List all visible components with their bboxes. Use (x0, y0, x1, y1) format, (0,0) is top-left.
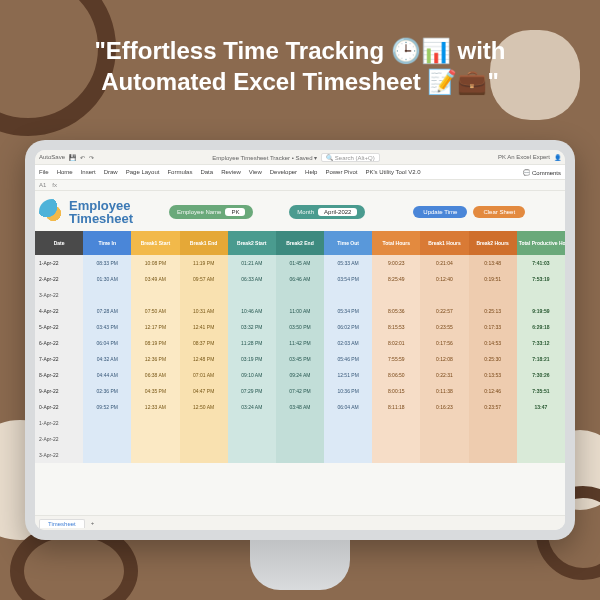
cell[interactable]: 0:23:55 (420, 319, 468, 335)
cell[interactable] (517, 415, 565, 431)
cell[interactable] (420, 447, 468, 463)
table-row[interactable]: 6-Apr-2206:04 PM08:19 PM08:37 PM11:28 PM… (35, 335, 565, 351)
cell[interactable] (517, 447, 565, 463)
cell[interactable]: 0:25:13 (469, 303, 517, 319)
col-timein[interactable]: Time In (83, 231, 131, 255)
cell[interactable]: 7:30:26 (517, 367, 565, 383)
cell[interactable]: 7-Apr-22 (35, 351, 83, 367)
col-total[interactable]: Total Hours (372, 231, 420, 255)
cell[interactable]: 0:22:57 (420, 303, 468, 319)
cell[interactable]: 1-Apr-22 (35, 255, 83, 271)
cell[interactable]: 03:24 AM (228, 399, 276, 415)
clear-sheet-button[interactable]: Clear Sheet (473, 206, 525, 218)
cell[interactable]: 1-Apr-22 (35, 415, 83, 431)
cell[interactable]: 01:30 AM (83, 271, 131, 287)
cell[interactable]: 7:18:21 (517, 351, 565, 367)
cell[interactable]: 10:36 PM (324, 383, 372, 399)
cell[interactable]: 12:51 PM (324, 367, 372, 383)
cell[interactable]: 11:19 PM (180, 255, 228, 271)
undo-icon[interactable]: ↶ (80, 154, 85, 161)
col-b2h[interactable]: Break2 Hours (469, 231, 517, 255)
cell[interactable]: 7:53:19 (517, 271, 565, 287)
cell[interactable] (276, 287, 324, 303)
cell[interactable]: 08:37 PM (180, 335, 228, 351)
cell[interactable]: 8-Apr-22 (35, 367, 83, 383)
cell[interactable] (180, 415, 228, 431)
cell[interactable]: 09:52 PM (83, 399, 131, 415)
employee-name-field[interactable]: Employee Name PK (169, 205, 253, 219)
cell[interactable]: 03:32 PM (228, 319, 276, 335)
formula-bar[interactable]: A1 fx (35, 180, 565, 191)
cell[interactable]: 10:31 AM (180, 303, 228, 319)
cell[interactable]: 3-Apr-22 (35, 287, 83, 303)
cell[interactable] (131, 287, 179, 303)
cell[interactable] (131, 431, 179, 447)
sheet-tab-timesheet[interactable]: Timesheet (39, 519, 85, 528)
cell[interactable] (180, 431, 228, 447)
cell[interactable]: 06:33 AM (228, 271, 276, 287)
cell[interactable]: 3-Apr-22 (35, 447, 83, 463)
col-timeout[interactable]: Time Out (324, 231, 372, 255)
cell[interactable]: 8:06:50 (372, 367, 420, 383)
cell[interactable]: 4-Apr-22 (35, 303, 83, 319)
cell[interactable]: 0:11:38 (420, 383, 468, 399)
ribbon-pk-utility[interactable]: PK's Utility Tool V2.0 (365, 169, 420, 175)
cell[interactable] (420, 287, 468, 303)
table-row[interactable]: 7-Apr-2204:32 AM12:36 PM12:48 PM03:19 PM… (35, 351, 565, 367)
cell[interactable]: 10:08 PM (131, 255, 179, 271)
table-row[interactable]: 2-Apr-22 (35, 431, 565, 447)
ribbon-page-layout[interactable]: Page Layout (126, 169, 160, 175)
cell[interactable]: 8:11:18 (372, 399, 420, 415)
cell[interactable]: 0:12:46 (469, 383, 517, 399)
cell[interactable] (228, 415, 276, 431)
cell[interactable]: 04:35 PM (131, 383, 179, 399)
ribbon-draw[interactable]: Draw (104, 169, 118, 175)
table-row[interactable]: 3-Apr-22 (35, 447, 565, 463)
ribbon-developer[interactable]: Developer (270, 169, 297, 175)
month-field[interactable]: Month April-2022 (289, 205, 365, 219)
cell[interactable]: 0:12:08 (420, 351, 468, 367)
redo-icon[interactable]: ↷ (89, 154, 94, 161)
cell[interactable] (83, 415, 131, 431)
cell[interactable] (83, 447, 131, 463)
cell[interactable]: 11:00 AM (276, 303, 324, 319)
ribbon-help[interactable]: Help (305, 169, 317, 175)
ribbon-power-pivot[interactable]: Power Pivot (325, 169, 357, 175)
comments-button[interactable]: 💬 Comments (523, 169, 561, 176)
cell[interactable]: 11:28 PM (228, 335, 276, 351)
timesheet-grid[interactable]: Date Time In Break1 Start Break1 End Bre… (35, 231, 565, 463)
cell[interactable]: 8:02:01 (372, 335, 420, 351)
cell[interactable]: 12:33 AM (131, 399, 179, 415)
cell[interactable]: 0:21:04 (420, 255, 468, 271)
cell[interactable]: 0:17:56 (420, 335, 468, 351)
cell[interactable]: 03:43 PM (83, 319, 131, 335)
cell[interactable] (324, 415, 372, 431)
cell[interactable]: 03:19 PM (228, 351, 276, 367)
cell[interactable]: 0:19:51 (469, 271, 517, 287)
cell[interactable]: 0-Apr-22 (35, 399, 83, 415)
cell[interactable] (83, 287, 131, 303)
cell[interactable] (372, 415, 420, 431)
ribbon-view[interactable]: View (249, 169, 262, 175)
cell[interactable]: 2-Apr-22 (35, 271, 83, 287)
cell[interactable]: 0:25:30 (469, 351, 517, 367)
update-time-button[interactable]: Update Time (413, 206, 467, 218)
col-b1s[interactable]: Break1 Start (131, 231, 179, 255)
name-box[interactable]: A1 (39, 182, 46, 188)
cell[interactable] (372, 287, 420, 303)
cell[interactable]: 05:34 PM (324, 303, 372, 319)
autosave-toggle[interactable]: AutoSave (39, 154, 65, 160)
cell[interactable] (324, 447, 372, 463)
col-prod[interactable]: Total Productive Hours (517, 231, 565, 255)
search-box[interactable]: 🔍 Search (Alt+Q) (321, 153, 380, 162)
cell[interactable]: 06:38 AM (131, 367, 179, 383)
table-row[interactable]: 5-Apr-2203:43 PM12:17 PM12:41 PM03:32 PM… (35, 319, 565, 335)
cell[interactable]: 07:50 AM (131, 303, 179, 319)
cell[interactable] (276, 415, 324, 431)
cell[interactable]: 0:23:57 (469, 399, 517, 415)
ribbon-review[interactable]: Review (221, 169, 241, 175)
cell[interactable]: 9:19:59 (517, 303, 565, 319)
table-row[interactable]: 8-Apr-2204:44 AM06:38 AM07:01 AM09:10 AM… (35, 367, 565, 383)
cell[interactable]: 09:57 AM (180, 271, 228, 287)
cell[interactable]: 09:10 AM (228, 367, 276, 383)
